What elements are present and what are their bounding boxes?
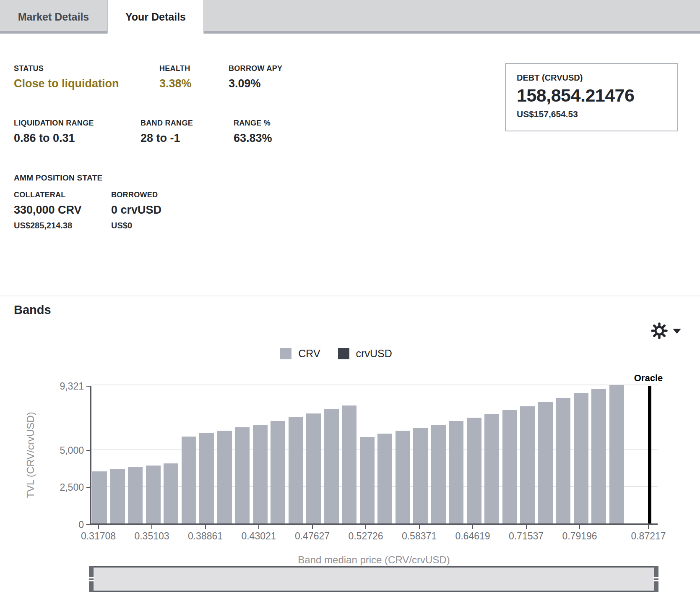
- band-bar: [502, 410, 517, 523]
- y-tick-mark: [86, 487, 90, 488]
- band-bar: [556, 398, 570, 523]
- amm-position-state-heading: AMM POSITION STATE: [14, 173, 103, 183]
- band-bar: [396, 431, 410, 523]
- x-tick-mark: [151, 525, 152, 529]
- oracle-price-line: [648, 386, 651, 523]
- x-tick-label: 0.71537: [497, 531, 556, 542]
- x-tick-mark: [472, 525, 473, 529]
- liquidation-range-value: 0.86 to 0.31: [14, 132, 94, 145]
- band-range-stat: BAND RANGE 28 to -1: [141, 119, 193, 145]
- band-bar: [182, 437, 196, 523]
- crvusd-legend-label: crvUSD: [356, 348, 392, 360]
- band-bar: [324, 409, 339, 523]
- x-tick-label: 0.31708: [69, 531, 128, 542]
- tab-market-details[interactable]: Market Details: [0, 0, 107, 34]
- x-tick-mark: [579, 525, 580, 529]
- band-bar: [217, 431, 232, 523]
- band-bar: [164, 463, 178, 523]
- your-details-panel: STATUS Close to liquidation HEALTH 3.38%…: [0, 34, 700, 281]
- liquidation-range-stat: LIQUIDATION RANGE 0.86 to 0.31: [14, 119, 94, 145]
- borrowed-value: 0 crvUSD: [111, 204, 161, 217]
- gridline: [91, 385, 658, 385]
- grip-icon: [88, 577, 94, 581]
- liquidation-range-label: LIQUIDATION RANGE: [14, 119, 94, 128]
- band-bar: [360, 437, 375, 523]
- chevron-down-icon: [673, 329, 681, 334]
- band-bar: [591, 389, 606, 523]
- health-stat: HEALTH 3.38%: [159, 64, 192, 90]
- band-bar: [253, 425, 268, 523]
- collateral-label: COLLATERAL: [14, 191, 82, 199]
- y-tick-label: 2,500: [0, 482, 84, 493]
- range-pct-value: 63.83%: [234, 132, 272, 145]
- y-tick-label: 9,321: [0, 381, 84, 392]
- crv-swatch: [280, 348, 291, 359]
- band-bar: [128, 467, 143, 523]
- legend-item-crv[interactable]: CRV: [280, 348, 320, 360]
- x-tick-label: 0.38861: [176, 531, 235, 542]
- health-label: HEALTH: [159, 64, 192, 73]
- borrowed-label: BORROWED: [111, 191, 161, 199]
- x-tick-mark: [648, 525, 649, 529]
- x-tick-mark: [419, 525, 420, 529]
- x-tick-mark: [205, 525, 206, 529]
- band-bar: [306, 413, 321, 523]
- collateral-value: 330,000 CRV: [14, 204, 82, 217]
- slider-left-handle[interactable]: [89, 566, 94, 592]
- x-tick-label: 0.52726: [336, 531, 395, 542]
- gridline: [91, 449, 658, 450]
- borrowed-usd-value: US$0: [111, 221, 161, 230]
- chart-settings-button[interactable]: [651, 322, 689, 341]
- status-label: STATUS: [14, 64, 119, 73]
- x-tick-mark: [365, 525, 366, 529]
- tab-market-details-label: Market Details: [18, 11, 89, 23]
- band-bar: [574, 393, 588, 523]
- x-tick-label: 0.79196: [550, 531, 609, 542]
- status-value: Close to liquidation: [14, 77, 119, 90]
- band-bar: [289, 417, 303, 523]
- details-tab-strip: Market Details Your Details: [0, 0, 700, 34]
- y-tick-mark: [86, 386, 90, 387]
- slider-track[interactable]: [94, 566, 654, 592]
- x-tick-label: 0.47627: [283, 531, 342, 542]
- debt-value: 158,854.21476: [517, 85, 666, 106]
- bands-section: Bands CRV crvUSD TVL (CRV/c: [0, 281, 700, 599]
- band-bar: [377, 434, 392, 523]
- band-bar: [235, 427, 250, 523]
- band-bar: [413, 428, 428, 523]
- health-value: 3.38%: [159, 77, 192, 90]
- x-tick-mark: [258, 525, 259, 529]
- tab-your-details[interactable]: Your Details: [107, 0, 204, 34]
- band-bar: [110, 469, 125, 523]
- bands-section-title: Bands: [14, 303, 51, 317]
- range-pct-label: RANGE %: [234, 119, 272, 128]
- section-divider: [0, 296, 700, 296]
- x-tick-mark: [98, 525, 99, 529]
- status-stat: STATUS Close to liquidation: [14, 64, 119, 90]
- y-tick-mark: [86, 450, 90, 451]
- band-bar: [484, 414, 499, 523]
- chart-range-slider: [89, 566, 658, 592]
- bands-plot: [90, 386, 658, 525]
- legend-item-crvusd[interactable]: crvUSD: [338, 348, 392, 360]
- slider-right-handle[interactable]: [654, 566, 658, 592]
- y-tick-label: 0: [0, 519, 84, 531]
- borrow-apy-label: BORROW APY: [229, 64, 282, 73]
- debt-label: DEBT (CRVUSD): [517, 73, 666, 83]
- x-tick-label: 0.35103: [122, 531, 181, 542]
- x-tick-mark: [312, 525, 313, 529]
- debt-usd-value: US$157,654.53: [517, 109, 666, 119]
- x-tick-label: 0.43021: [229, 531, 288, 542]
- band-bar: [342, 405, 357, 523]
- gear-icon: [651, 322, 668, 340]
- band-range-label: BAND RANGE: [141, 119, 193, 128]
- band-bar: [520, 406, 535, 524]
- band-bar: [431, 425, 446, 523]
- borrow-apy-stat: BORROW APY 3.09%: [229, 64, 282, 90]
- x-tick-label: 0.87217: [619, 531, 678, 542]
- debt-box: DEBT (CRVUSD) 158,854.21476 US$157,654.5…: [505, 63, 678, 131]
- band-bar: [467, 418, 481, 523]
- x-tick-label: 0.58371: [390, 531, 449, 542]
- oracle-label: Oracle: [606, 373, 690, 384]
- crvusd-swatch: [338, 348, 349, 359]
